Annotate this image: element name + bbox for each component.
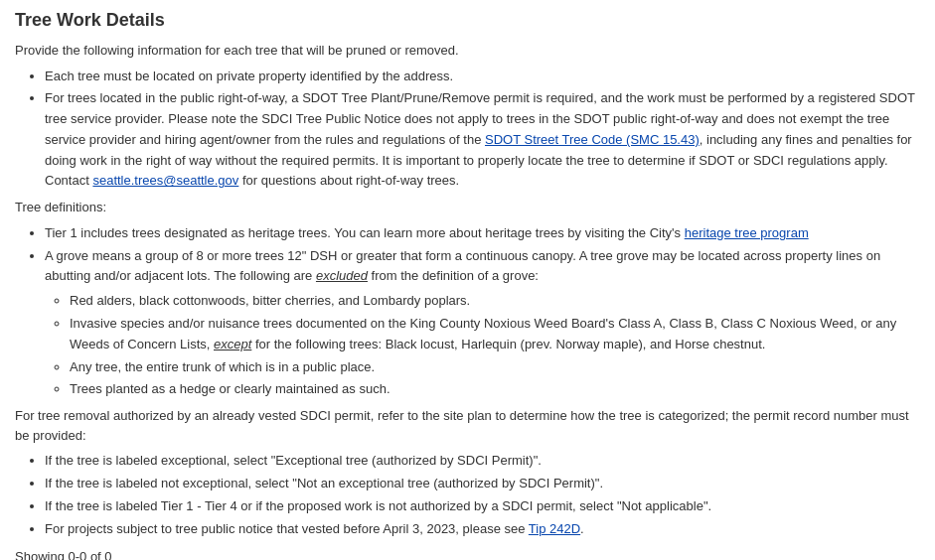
grove-bullet-1: Red alders, black cottonwoods, bitter ch… [70, 291, 920, 312]
grove-except: except [214, 337, 251, 351]
intro-list: Each tree must be located on private pro… [45, 67, 920, 193]
tier1-text-start: Tier 1 includes trees designated as heri… [45, 225, 685, 240]
bullet2-text-end: for questions about right-of-way trees. [238, 173, 459, 188]
intro-bullet-2: For trees located in the public right-of… [45, 88, 920, 192]
intro-bullet-1: Each tree must be located on private pro… [45, 67, 920, 87]
grove-sublist: Red alders, black cottonwoods, bitter ch… [70, 291, 920, 400]
grove-bullet2-end: for the following trees: Black locust, H… [251, 337, 765, 351]
removal-bullet4-end: . [580, 521, 584, 536]
removal-bullet-4: For projects subject to tree public noti… [45, 519, 920, 540]
intro-paragraph: Provide the following information for ea… [15, 41, 920, 61]
removal-paragraph: For tree removal authorized by an alread… [15, 406, 920, 445]
heritage-tree-program-link[interactable]: heritage tree program [685, 225, 809, 240]
removal-bullet-3: If the tree is labeled Tier 1 - Tier 4 o… [45, 496, 920, 517]
grove-text2: from the definition of a grove: [368, 268, 539, 283]
definitions-list: Tier 1 includes trees designated as heri… [45, 223, 920, 400]
tier1-def: Tier 1 includes trees designated as heri… [45, 223, 920, 244]
grove-bullet-2: Invasive species and/or nuisance trees d… [70, 314, 920, 355]
grove-excluded: excluded [316, 268, 368, 283]
grove-bullet-3: Any tree, the entire trunk of which is i… [70, 357, 920, 378]
sdot-street-tree-code-link[interactable]: SDOT Street Tree Code (SMC 15.43) [485, 132, 700, 147]
tree-definitions-label: Tree definitions: [15, 198, 920, 217]
removal-list: If the tree is labeled exceptional, sele… [45, 451, 920, 539]
showing-text: Showing 0-0 of 0 [15, 547, 920, 560]
removal-bullet4-start: For projects subject to tree public noti… [45, 521, 529, 536]
grove-def: A grove means a group of 8 or more trees… [45, 246, 920, 401]
grove-bullet-4: Trees planted as a hedge or clearly main… [70, 379, 920, 400]
page-title: Tree Work Details [15, 10, 920, 31]
tip242d-link[interactable]: Tip 242D [529, 521, 580, 536]
removal-bullet-1: If the tree is labeled exceptional, sele… [45, 451, 920, 472]
removal-bullet-2: If the tree is labeled not exceptional, … [45, 474, 920, 494]
seattle-trees-email-link[interactable]: seattle.trees@seattle.gov [92, 173, 238, 188]
